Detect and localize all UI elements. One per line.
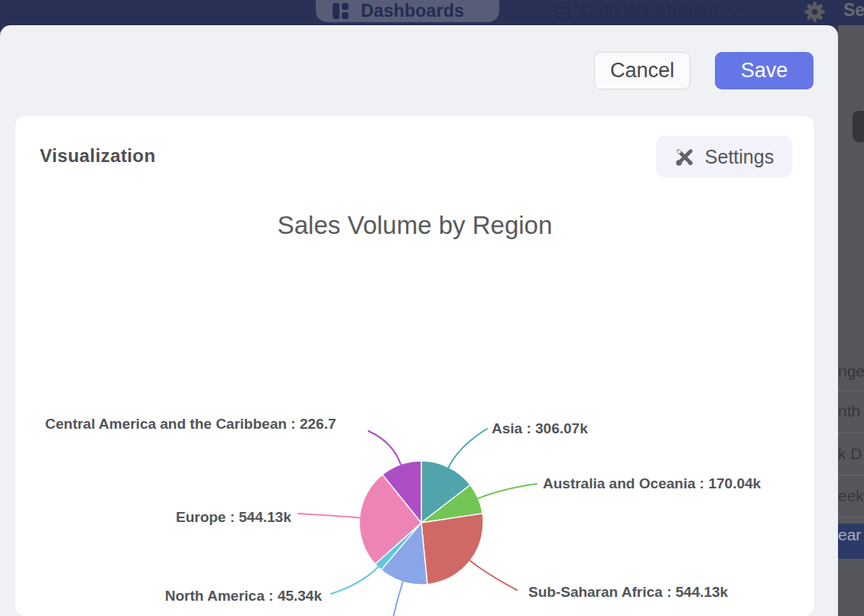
- background-row-divider: [838, 517, 864, 517]
- cancel-button[interactable]: Cancel: [594, 52, 690, 89]
- tab-dashboards-label: Dashboards: [361, 1, 464, 21]
- nav-item-data-warehouse[interactable]: Data Warehouse: [552, 0, 741, 22]
- background-row-text-fragment: nge: [838, 361, 864, 381]
- settings-button[interactable]: Settings: [656, 136, 792, 177]
- gear-icon[interactable]: [804, 1, 826, 26]
- chart-title: Sales Volume by Region: [15, 211, 814, 240]
- nav-settings-partial-label: Se: [843, 0, 864, 21]
- save-button[interactable]: Save: [715, 52, 814, 89]
- nav-data-warehouse-label: Data Warehouse: [581, 1, 718, 21]
- edit-visualization-dialog: Cancel Save Visualization Settings Sales…: [0, 25, 838, 616]
- card-title: Visualization: [40, 145, 155, 167]
- background-row-text-fragment: ear: [838, 525, 864, 545]
- settings-button-label: Settings: [705, 146, 774, 168]
- tools-icon: [674, 147, 695, 167]
- dashboards-icon: [331, 2, 350, 21]
- database-icon: [552, 2, 573, 21]
- background-row-text-fragment: nth: [838, 401, 864, 421]
- tab-dashboards[interactable]: Dashboards: [316, 0, 499, 22]
- background-row-divider: [838, 391, 864, 391]
- background-row-text-fragment: k D: [838, 444, 864, 464]
- visualization-card: Visualization Settings Sales Volume by R…: [15, 116, 814, 616]
- background-button-fragment: [853, 111, 864, 142]
- background-row-divider: [838, 475, 864, 475]
- top-nav-bar: Dashboards Data Warehouse: [0, 0, 864, 25]
- chevron-down-icon: [729, 8, 741, 15]
- background-scrim-strip: ngenthk Deekear: [838, 25, 864, 616]
- background-row-text-fragment: eek: [838, 486, 864, 506]
- background-row-divider: [838, 433, 864, 433]
